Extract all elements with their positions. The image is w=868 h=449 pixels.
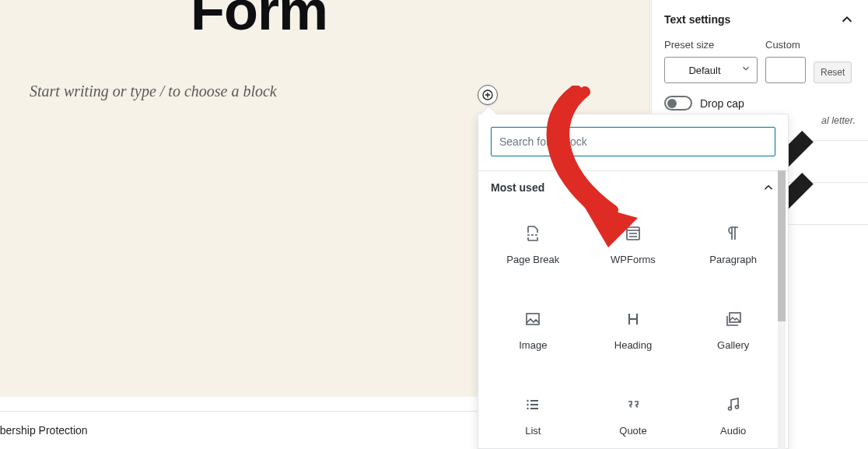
block-item-page-break[interactable]: Page Break [483,205,583,283]
block-label: Audio [720,425,746,437]
block-item-paragraph[interactable]: Paragraph [683,205,783,283]
block-label: List [525,425,541,437]
custom-size-label: Custom [765,39,806,51]
svg-point-8 [735,405,738,409]
panel-header[interactable]: Text settings [664,11,856,28]
paragraph-icon [724,224,743,243]
heading-icon [624,310,642,328]
section-title: Most used [491,181,544,194]
svg-point-5 [527,403,529,405]
paragraph-placeholder[interactable]: Start writing or type / to choose a bloc… [30,82,277,100]
preset-size-select[interactable]: Default [664,57,758,83]
gallery-icon [724,310,743,328]
drop-cap-toggle[interactable] [664,96,692,110]
block-search-input[interactable] [491,127,775,156]
block-label: Paragraph [709,254,757,265]
block-item-audio[interactable]: Audio [683,377,783,449]
block-item-image[interactable]: Image [483,291,583,369]
block-item-gallery[interactable]: Gallery [683,291,783,369]
page-break-icon [523,224,542,243]
block-inserter-popover: Most used Page Break WPForms [478,114,789,449]
block-item-heading[interactable]: Heading [583,291,684,369]
block-label: Image [519,339,547,351]
panel-title: Text settings [664,13,730,26]
block-item-list[interactable]: List [483,377,583,449]
plus-circle-icon [481,89,494,101]
block-label: Page Break [506,254,559,265]
block-label: Quote [619,425,646,437]
preset-size-label: Preset size [664,39,758,51]
wpforms-icon [624,224,642,243]
list-icon [523,395,542,414]
svg-point-4 [527,399,529,401]
metabox-title: nbership Protection [0,424,88,437]
block-item-quote[interactable]: Quote [583,377,684,449]
section-header-most-used[interactable]: Most used [478,171,788,201]
page-title[interactable]: Form [191,0,327,42]
block-label: WPForms [611,254,656,265]
chevron-up-icon [838,11,856,28]
add-block-button[interactable] [478,85,498,105]
svg-point-6 [527,407,529,409]
svg-point-7 [728,407,731,410]
block-item-wpforms[interactable]: WPForms [583,205,684,283]
block-grid: Page Break WPForms Paragraph Image [478,201,788,449]
quote-icon [624,395,642,414]
block-label: Gallery [717,339,749,351]
preset-size-value: Default [688,65,720,76]
audio-icon [724,395,743,414]
svg-rect-2 [527,314,539,324]
block-label: Heading [614,339,652,351]
image-icon [523,310,542,328]
inserter-scrollbar-thumb[interactable] [778,170,786,321]
chevron-up-icon [761,181,775,195]
